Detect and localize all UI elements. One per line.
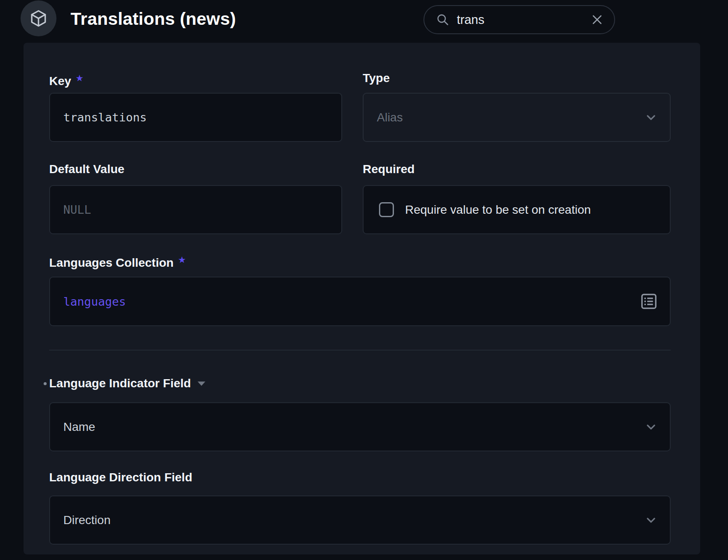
search-input[interactable] xyxy=(457,13,590,27)
chevron-down-icon xyxy=(644,513,658,527)
default-value-label: Default Value xyxy=(49,162,124,177)
search-icon xyxy=(435,12,450,27)
default-value-input[interactable] xyxy=(50,203,341,216)
languages-collection-label: Languages Collection★ xyxy=(49,253,186,270)
chevron-down-icon xyxy=(644,420,658,434)
language-indicator-label: Language Indicator Field xyxy=(49,376,191,391)
required-label: Required xyxy=(363,162,414,177)
language-direction-value: Direction xyxy=(50,513,110,527)
type-select: Alias xyxy=(363,93,671,142)
collection-badge xyxy=(21,0,56,36)
languages-collection-value: languages xyxy=(50,295,126,308)
language-indicator-label-row[interactable]: Language Indicator Field xyxy=(44,376,206,391)
cube-icon xyxy=(29,9,48,28)
required-checkbox[interactable] xyxy=(379,202,394,217)
label-dropdown-arrow-icon[interactable] xyxy=(197,381,206,386)
field-detail-panel: Key★ Type Alias Default Value Required R… xyxy=(24,43,700,554)
language-indicator-value: Name xyxy=(50,420,95,434)
required-checkbox-label: Require value to be set on creation xyxy=(405,203,591,217)
required-asterisk: ★ xyxy=(75,73,83,83)
chevron-down-icon xyxy=(644,111,658,124)
default-value-field[interactable] xyxy=(49,185,342,234)
key-input[interactable] xyxy=(50,111,341,124)
required-asterisk: ★ xyxy=(178,255,186,265)
languages-collection-label-text: Languages Collection xyxy=(49,256,174,269)
key-label: Key★ xyxy=(49,71,83,88)
list-alt-icon[interactable] xyxy=(639,292,659,311)
divider xyxy=(49,350,671,351)
required-field: Require value to be set on creation xyxy=(363,185,671,234)
languages-collection-field[interactable]: languages xyxy=(49,277,671,326)
search-box[interactable] xyxy=(423,5,615,34)
page-title: Translations (news) xyxy=(71,9,236,29)
type-label: Type xyxy=(363,71,390,85)
drawer-header: Translations (news) xyxy=(0,0,728,43)
close-icon[interactable] xyxy=(590,13,604,27)
key-label-text: Key xyxy=(49,74,71,88)
type-value: Alias xyxy=(364,111,403,124)
language-direction-select[interactable]: Direction xyxy=(49,495,671,545)
language-indicator-select[interactable]: Name xyxy=(49,402,671,451)
key-field[interactable] xyxy=(49,93,342,142)
language-direction-label: Language Direction Field xyxy=(49,470,192,485)
modified-dot xyxy=(44,382,47,385)
